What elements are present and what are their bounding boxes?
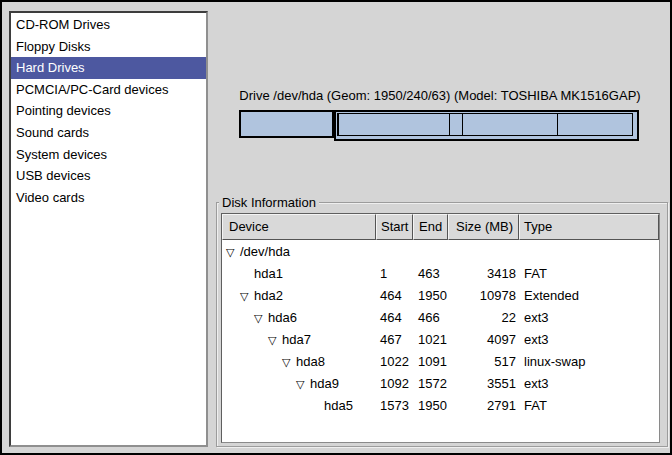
cell-end: 1572 — [413, 373, 448, 395]
device-name: hda8 — [296, 351, 325, 373]
partition-segment-hda2 — [334, 110, 639, 141]
column-header-device[interactable]: Device — [222, 214, 376, 240]
cell-start: 1022 — [376, 351, 413, 373]
expander-icon[interactable]: ▽ — [282, 351, 296, 373]
disk-table-body: ▽/dev/hdahda114633418FAT▽hda246419501097… — [222, 240, 659, 417]
sidebar-item-floppy-disks[interactable]: Floppy Disks — [11, 36, 206, 58]
cell-start: 1573 — [376, 395, 413, 417]
cell-size: 22 — [448, 307, 519, 329]
device-name: hda1 — [254, 263, 283, 285]
expander-icon[interactable]: ▽ — [254, 307, 268, 329]
partition-segment-hda9 — [462, 113, 559, 136]
cell-size: 517 — [448, 351, 519, 373]
expander-icon[interactable]: ▽ — [296, 373, 310, 395]
column-header-start[interactable]: Start — [376, 214, 413, 240]
cell-end: 466 — [413, 307, 448, 329]
sidebar-item-cd-rom-drives[interactable]: CD-ROM Drives — [11, 14, 206, 36]
tree-indent — [222, 340, 268, 341]
cell-end: 1091 — [413, 351, 448, 373]
table-row-hda5[interactable]: hda5157319502791FAT — [222, 395, 659, 417]
disk-table-header: DeviceStartEndSize (MB)Type — [222, 214, 659, 240]
cell-start: 1 — [376, 263, 413, 285]
partition-bar — [239, 110, 639, 141]
cell-start: 464 — [376, 307, 413, 329]
cell-start — [376, 241, 413, 263]
cell-type: ext3 — [519, 307, 659, 329]
cell-start: 467 — [376, 329, 413, 351]
cell-type: Extended — [519, 285, 659, 307]
expander-icon[interactable]: ▽ — [268, 329, 282, 351]
column-header-end[interactable]: End — [413, 214, 448, 240]
cell-device: ▽hda9 — [222, 373, 376, 395]
column-header-type[interactable]: Type — [519, 214, 659, 240]
cell-end: 1950 — [413, 395, 448, 417]
table-row-hda7[interactable]: ▽hda746710214097ext3 — [222, 329, 659, 351]
cell-device: hda5 — [222, 395, 376, 417]
tree-indent — [222, 362, 282, 363]
cell-type: ext3 — [519, 329, 659, 351]
sidebar-item-system-devices[interactable]: System devices — [11, 144, 206, 166]
cell-device: ▽hda2 — [222, 285, 376, 307]
device-name: hda9 — [310, 373, 339, 395]
cell-type: ext3 — [519, 373, 659, 395]
device-name: hda5 — [324, 395, 353, 417]
sidebar-item-sound-cards[interactable]: Sound cards — [11, 122, 206, 144]
cell-device: ▽hda8 — [222, 351, 376, 373]
table-row-dev-hda[interactable]: ▽/dev/hda — [222, 241, 659, 263]
sidebar-item-hard-drives[interactable]: Hard Drives — [11, 57, 206, 79]
cell-device: hda1 — [222, 263, 376, 285]
cell-type: linux-swap — [519, 351, 659, 373]
cell-type: FAT — [519, 263, 659, 285]
cell-size: 4097 — [448, 329, 519, 351]
cell-end: 1950 — [413, 285, 448, 307]
cell-device: ▽/dev/hda — [222, 241, 376, 263]
tree-indent — [222, 384, 296, 385]
disk-information-frame: Disk Information DeviceStartEndSize (MB)… — [216, 202, 668, 447]
cell-type — [519, 241, 659, 263]
partition-segment-hda7 — [338, 113, 450, 136]
table-row-hda6[interactable]: ▽hda646446622ext3 — [222, 307, 659, 329]
cell-size: 3551 — [448, 373, 519, 395]
partition-segment-hda1 — [239, 110, 334, 138]
tree-indent — [222, 296, 240, 297]
table-row-hda9[interactable]: ▽hda9109215723551ext3 — [222, 373, 659, 395]
table-row-hda8[interactable]: ▽hda810221091517linux-swap — [222, 351, 659, 373]
category-list: CD-ROM DrivesFloppy DisksHard DrivesPCMC… — [9, 11, 208, 447]
expander-icon[interactable]: ▽ — [240, 285, 254, 307]
cell-device: ▽hda7 — [222, 329, 376, 351]
disk-information-frame-label: Disk Information — [219, 195, 319, 210]
tree-indent — [222, 274, 240, 275]
cell-end — [413, 241, 448, 263]
cell-start: 1092 — [376, 373, 413, 395]
sidebar-item-pcmcia-pc-card-devices[interactable]: PCMCIA/PC-Card devices — [11, 79, 206, 101]
cell-size — [448, 241, 519, 263]
device-name: hda6 — [268, 307, 297, 329]
tree-indent — [222, 318, 254, 319]
cell-type: FAT — [519, 395, 659, 417]
device-name: hda2 — [254, 285, 283, 307]
cell-size: 2791 — [448, 395, 519, 417]
cell-start: 464 — [376, 285, 413, 307]
column-header-size-mb[interactable]: Size (MB) — [448, 214, 519, 240]
hardware-browser-window: CD-ROM DrivesFloppy DisksHard DrivesPCMC… — [0, 0, 672, 455]
table-row-hda1[interactable]: hda114633418FAT — [222, 263, 659, 285]
partition-segment-hda5 — [557, 113, 633, 136]
sidebar-item-pointing-devices[interactable]: Pointing devices — [11, 100, 206, 122]
cell-device: ▽hda6 — [222, 307, 376, 329]
expander-icon[interactable]: ▽ — [226, 241, 240, 263]
device-name: /dev/hda — [240, 241, 290, 263]
table-row-hda2[interactable]: ▽hda2464195010978Extended — [222, 285, 659, 307]
cell-size: 10978 — [448, 285, 519, 307]
partition-segment-hda8 — [449, 113, 463, 136]
cell-end: 463 — [413, 263, 448, 285]
cell-size: 3418 — [448, 263, 519, 285]
cell-end: 1021 — [413, 329, 448, 351]
drive-title: Drive /dev/hda (Geom: 1950/240/63) (Mode… — [218, 88, 662, 103]
disk-table: DeviceStartEndSize (MB)Type ▽/dev/hdahda… — [221, 213, 660, 443]
sidebar-item-video-cards[interactable]: Video cards — [11, 187, 206, 209]
tree-indent — [222, 406, 310, 407]
sidebar-item-usb-devices[interactable]: USB devices — [11, 165, 206, 187]
device-name: hda7 — [282, 329, 311, 351]
